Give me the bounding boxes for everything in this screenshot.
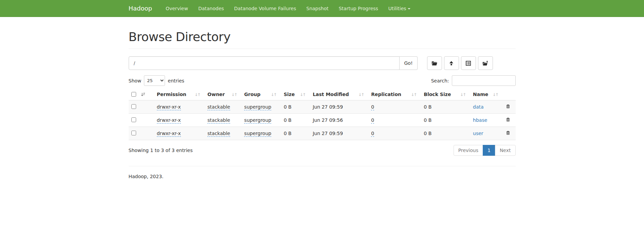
page-length-control: Show 25 entries [129,75,184,86]
group-value[interactable]: supergroup [244,104,271,110]
top-navbar: Hadoop Overview Datanodes Datanode Volum… [0,0,644,17]
directory-path-input[interactable] [129,56,400,70]
permission-value[interactable]: drwxr-xr-x [157,117,181,124]
trash-icon [505,104,511,109]
replication-value[interactable]: 0 [371,104,374,110]
entries-label: entries [168,78,184,83]
brand-hadoop[interactable]: Hadoop [129,0,157,17]
search-label: Search: [431,78,449,83]
permission-value[interactable]: drwxr-xr-x [157,104,181,110]
table-header-row: Permission ↓↑ Owner ↓↑ Group ↓↑ Size ↓↑ … [129,90,516,100]
directory-link-user[interactable]: user [473,131,483,136]
select-all-column-header[interactable] [129,90,154,100]
sort-both-icon: ↓↑ [300,92,305,97]
last-modified-value: Jun 27 09:56 [313,117,343,123]
nav-item-snapshot[interactable]: Snapshot [301,0,333,17]
nav-item-datanodes[interactable]: Datanodes [193,0,229,17]
block-size-value: 0 B [424,117,431,123]
trash-icon [505,117,511,122]
table-row: drwxr-xr-x stackable supergroup 0 B Jun … [129,114,516,127]
page-header: Browse Directory [129,30,516,49]
table-row: drwxr-xr-x stackable supergroup 0 B Jun … [129,127,516,140]
last-modified-value: Jun 27 09:59 [313,104,343,110]
site-footer: Hadoop, 2023. [129,166,516,179]
sort-both-icon: ↓↑ [231,92,237,97]
entries-info: Showing 1 to 3 of 3 entries [129,148,193,153]
sort-both-icon: ↓↑ [411,92,416,97]
size-value: 0 B [284,104,292,110]
column-header-permission[interactable]: Permission ↓↑ [154,90,205,100]
sort-both-icon: ↓↑ [271,92,276,97]
last-modified-value: Jun 27 09:59 [313,131,343,136]
folder-move-icon [482,60,489,67]
pagination-page-1[interactable]: 1 [483,145,495,156]
folder-open-icon [431,60,438,67]
trash-icon [505,130,511,135]
show-label: Show [129,78,142,83]
cut-paste-button[interactable] [461,56,476,70]
go-button[interactable]: Go! [400,56,417,70]
delete-button[interactable] [505,104,511,110]
column-header-owner[interactable]: Owner ↓↑ [205,90,241,100]
directory-table: Permission ↓↑ Owner ↓↑ Group ↓↑ Size ↓↑ … [129,90,516,140]
table-search-control: Search: [431,75,516,86]
column-header-group[interactable]: Group ↓↑ [241,90,281,100]
path-bar: Go! [129,56,516,70]
delete-button[interactable] [505,117,511,123]
pagination: Previous 1 Next [454,145,516,156]
upload-files-button[interactable] [444,56,459,70]
permission-value[interactable]: drwxr-xr-x [157,131,181,137]
path-input-group: Go! [129,56,418,70]
nav-item-overview[interactable]: Overview [161,0,193,17]
directory-link-data[interactable]: data [473,104,484,110]
nav-item-startup-progress[interactable]: Startup Progress [334,0,383,17]
table-search-input[interactable] [452,75,516,86]
size-value: 0 B [284,131,292,136]
navbar-menu: Overview Datanodes Datanode Volume Failu… [157,0,416,17]
table-row: drwxr-xr-x stackable supergroup 0 B Jun … [129,100,516,114]
group-value[interactable]: supergroup [244,131,271,137]
utilities-label: Utilities [388,6,406,11]
sort-asc-icon [141,92,145,97]
footer-divider [129,166,516,166]
sort-both-icon: ↓↑ [195,92,200,97]
replication-value[interactable]: 0 [371,117,374,124]
column-header-last-modified[interactable]: Last Modified ↓↑ [310,90,368,100]
nav-item-utilities-dropdown[interactable]: Utilities [383,0,416,17]
table-footer: Showing 1 to 3 of 3 entries Previous 1 N… [129,145,516,156]
select-all-checkbox[interactable] [131,92,136,97]
pagination-next[interactable]: Next [495,145,516,156]
upload-icon [448,60,455,67]
column-header-block-size[interactable]: Block Size ↓↑ [421,90,470,100]
page-title: Browse Directory [129,30,516,44]
row-checkbox[interactable] [131,104,136,109]
table-controls: Show 25 entries Search: [129,75,516,86]
create-directory-button[interactable] [427,56,442,70]
sort-both-icon: ↓↑ [460,92,465,97]
column-header-replication[interactable]: Replication ↓↑ [368,90,421,100]
directory-link-hbase[interactable]: hbase [473,117,487,123]
row-checkbox[interactable] [131,131,136,135]
pagination-previous[interactable]: Previous [454,145,483,156]
browse-directory-panel: Browse Directory Go! [124,17,521,179]
column-header-name[interactable]: Name ↓↑ [470,90,503,100]
row-checkbox[interactable] [131,117,136,122]
file-actions-toolbar [427,56,495,70]
column-header-size[interactable]: Size ↓↑ [281,90,310,100]
owner-value[interactable]: stackable [207,117,230,124]
sort-both-icon: ↓↑ [358,92,364,97]
column-header-actions [503,90,516,100]
footer-text: Hadoop, 2023. [129,174,516,179]
block-size-value: 0 B [424,131,431,136]
owner-value[interactable]: stackable [207,104,230,110]
replication-value[interactable]: 0 [371,131,374,137]
owner-value[interactable]: stackable [207,131,230,137]
nav-item-datanode-volume-failures[interactable]: Datanode Volume Failures [229,0,301,17]
move-to-directory-button[interactable] [478,56,493,70]
page-size-select[interactable]: 25 [144,75,165,86]
size-value: 0 B [284,117,292,123]
list-icon [465,60,472,67]
caret-down-icon [408,8,410,10]
group-value[interactable]: supergroup [244,117,271,124]
delete-button[interactable] [505,130,511,136]
